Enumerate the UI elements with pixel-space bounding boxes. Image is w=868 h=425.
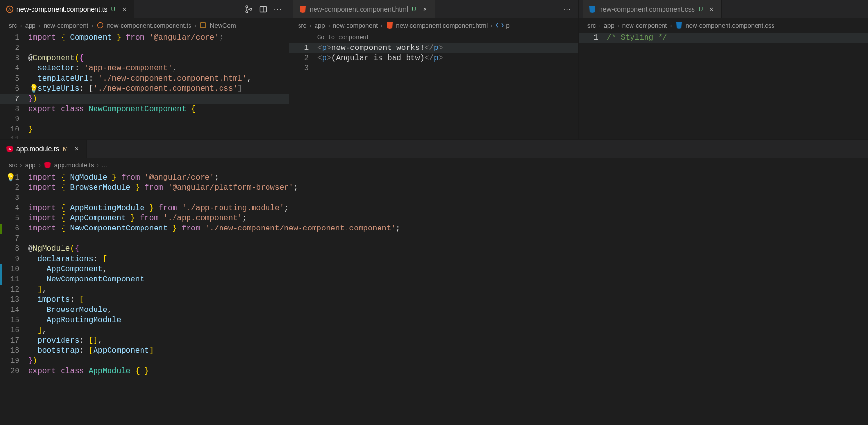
tab-label: new-component.component.ts bbox=[16, 5, 108, 13]
code-editor[interactable]: 1import { Component } from '@angular/cor… bbox=[0, 32, 289, 139]
tab-bar: A new-component.component.ts U × ··· bbox=[0, 0, 289, 18]
tab-bar: new-component.component.css U × bbox=[579, 0, 868, 18]
close-icon[interactable]: × bbox=[708, 6, 715, 13]
tab-module-file[interactable]: A app.module.ts M × bbox=[0, 140, 87, 158]
breadcrumb[interactable]: src› app› new-component› new-component.c… bbox=[289, 18, 578, 32]
svg-point-7 bbox=[97, 23, 103, 28]
svg-text:A: A bbox=[8, 147, 11, 151]
git-status-badge: M bbox=[63, 146, 68, 152]
code-editor[interactable]: 💡1import { NgModule } from '@angular/cor… bbox=[0, 172, 868, 376]
code-editor[interactable]: 1/* Styling */ bbox=[579, 32, 868, 43]
css-icon bbox=[675, 21, 683, 29]
tab-ts-file[interactable]: A new-component.component.ts U × bbox=[0, 0, 134, 18]
code-editor[interactable]: Go to component 1<p>new-component works!… bbox=[289, 32, 578, 74]
close-icon[interactable]: × bbox=[120, 6, 128, 13]
git-status-badge: U bbox=[111, 6, 116, 13]
breadcrumb[interactable]: src› app› app.module.ts› … bbox=[0, 158, 868, 172]
codelens-link[interactable]: Go to component bbox=[317, 33, 370, 43]
tab-bar: new-component.component.html U × ··· bbox=[289, 0, 578, 18]
editor-pane-css: new-component.component.css U × src› app… bbox=[579, 0, 868, 139]
source-control-icon[interactable] bbox=[245, 5, 253, 13]
git-status-badge: U bbox=[412, 6, 416, 13]
editor-pane-html: new-component.component.html U × ··· src… bbox=[289, 0, 579, 139]
git-status-badge: U bbox=[699, 6, 703, 13]
typescript-icon bbox=[96, 21, 104, 29]
more-icon[interactable]: ··· bbox=[563, 5, 571, 13]
editor-pane-ts: A new-component.component.ts U × ··· src… bbox=[0, 0, 289, 139]
tab-bar: A app.module.ts M × bbox=[0, 140, 868, 158]
angular-icon bbox=[44, 161, 51, 169]
svg-point-2 bbox=[246, 6, 248, 8]
class-icon bbox=[199, 21, 207, 29]
angular-icon: A bbox=[6, 145, 14, 153]
lightbulb-icon[interactable]: 💡 bbox=[6, 173, 16, 183]
html-icon bbox=[386, 21, 394, 29]
breadcrumb[interactable]: src› app› new-component› new-component.c… bbox=[0, 18, 289, 32]
more-icon[interactable]: ··· bbox=[274, 5, 282, 13]
svg-text:A: A bbox=[8, 7, 11, 12]
html-icon bbox=[299, 5, 307, 13]
tab-label: new-component.component.css bbox=[599, 5, 695, 13]
typescript-icon: A bbox=[6, 5, 14, 13]
tab-label: app.module.ts bbox=[16, 145, 59, 153]
close-icon[interactable]: × bbox=[73, 146, 80, 152]
lightbulb-icon[interactable]: 💡 bbox=[29, 84, 39, 95]
breadcrumb[interactable]: src› app› new-component› new-component.c… bbox=[579, 18, 868, 32]
svg-point-3 bbox=[246, 11, 248, 13]
editor-pane-module: A app.module.ts M × src› app› app.module… bbox=[0, 139, 868, 425]
close-icon[interactable]: × bbox=[421, 6, 429, 13]
tab-label: new-component.component.html bbox=[310, 5, 408, 13]
split-editor-icon[interactable] bbox=[259, 5, 267, 13]
element-icon bbox=[496, 21, 504, 29]
tab-html-file[interactable]: new-component.component.html U × bbox=[293, 0, 435, 18]
tab-css-file[interactable]: new-component.component.css U × bbox=[583, 0, 722, 18]
css-icon bbox=[588, 5, 596, 13]
svg-rect-8 bbox=[201, 23, 205, 28]
svg-point-4 bbox=[250, 8, 252, 10]
